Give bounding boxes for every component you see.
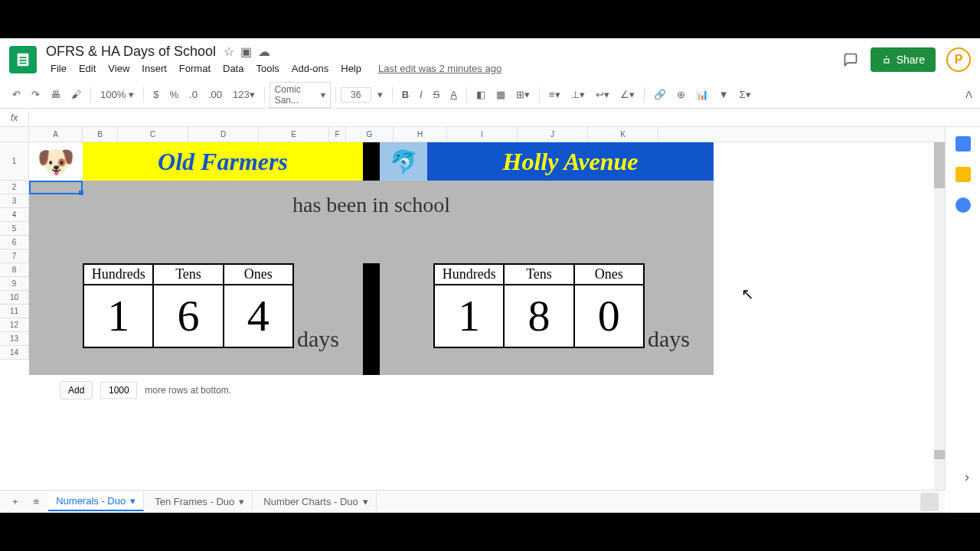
collapse-toolbar-icon[interactable]: ᐱ [965, 89, 972, 100]
col-header[interactable]: B [83, 127, 118, 142]
col-header[interactable]: D [188, 127, 259, 142]
add-sheet-icon[interactable]: + [6, 493, 24, 510]
text-color-icon[interactable]: A [446, 86, 462, 103]
col-header[interactable]: A [29, 127, 83, 142]
row-header[interactable]: 3 [0, 194, 29, 208]
move-icon[interactable]: ▣ [240, 44, 252, 59]
menu-tools[interactable]: Tools [251, 61, 283, 76]
col-header[interactable]: J [518, 127, 588, 142]
increase-decimal-icon[interactable]: .00 [204, 86, 227, 103]
col-header[interactable]: H [394, 127, 447, 142]
italic-icon[interactable]: I [415, 86, 427, 103]
decrease-decimal-icon[interactable]: .0 [185, 86, 202, 103]
cloud-icon[interactable]: ☁ [258, 44, 270, 59]
sheets-logo-icon[interactable] [9, 46, 37, 73]
menu-addons[interactable]: Add-ons [287, 61, 333, 76]
row-header[interactable]: 7 [0, 249, 29, 263]
right-ones-value[interactable]: 0 [575, 285, 643, 347]
keep-icon[interactable] [956, 167, 971, 182]
cells[interactable]: 🐶 Old Farmers 🐬 Holly Avenue has been in… [29, 142, 945, 360]
right-tens-value[interactable]: 8 [505, 285, 574, 347]
menu-insert[interactable]: Insert [137, 61, 172, 76]
row-header[interactable]: 1 [0, 142, 29, 181]
rotate-icon[interactable]: ∠▾ [616, 86, 639, 103]
tasks-icon[interactable] [956, 197, 971, 213]
v-align-icon[interactable]: ⊥▾ [567, 86, 590, 103]
scrollbar-thumb[interactable] [934, 142, 945, 188]
bold-icon[interactable]: B [397, 86, 413, 103]
col-header[interactable]: F [329, 127, 346, 142]
col-header[interactable]: I [447, 127, 518, 142]
font-size-select[interactable]: 36 [341, 87, 371, 103]
more-formats[interactable]: 123▾ [228, 86, 260, 103]
menu-data[interactable]: Data [218, 61, 248, 76]
chevron-down-icon[interactable]: ▾ [363, 496, 368, 507]
formula-input[interactable] [29, 116, 980, 119]
add-rows-input[interactable] [100, 382, 137, 399]
row-header[interactable]: 13 [0, 332, 29, 346]
share-button[interactable]: Share [871, 47, 936, 72]
row-header[interactable]: 14 [0, 346, 29, 360]
fill-color-icon[interactable]: ◧ [472, 86, 490, 103]
chevron-down-icon[interactable]: ▾ [130, 495, 136, 507]
menu-help[interactable]: Help [336, 61, 366, 76]
last-edit-link[interactable]: Last edit was 2 minutes ago [378, 63, 501, 74]
menu-format[interactable]: Format [175, 61, 215, 76]
link-icon[interactable]: 🔗 [649, 86, 671, 103]
doc-title[interactable]: OFRS & HA Days of School [46, 44, 216, 60]
chevron-down-icon[interactable]: ▾ [239, 496, 244, 507]
row-header[interactable]: 11 [0, 305, 29, 318]
print-icon[interactable]: 🖶 [46, 86, 65, 103]
comment-insert-icon[interactable]: ⊕ [672, 86, 690, 103]
paint-format-icon[interactable]: 🖌 [67, 86, 86, 103]
left-tens-value[interactable]: 6 [154, 285, 224, 347]
all-sheets-icon[interactable]: ≡ [28, 493, 46, 510]
currency-icon[interactable]: $ [149, 86, 163, 103]
chart-icon[interactable]: 📊 [691, 86, 713, 103]
calendar-icon[interactable] [956, 136, 971, 152]
row-header[interactable]: 8 [0, 263, 29, 277]
col-header[interactable]: E [259, 127, 329, 142]
merge-icon[interactable]: ⊞▾ [511, 86, 534, 103]
menu-view[interactable]: View [103, 61, 134, 76]
col-header[interactable]: G [346, 127, 394, 142]
zoom-select[interactable]: 100% ▾ [96, 86, 139, 103]
percent-icon[interactable]: % [165, 86, 183, 103]
row-header[interactable]: 9 [0, 277, 29, 291]
row-header[interactable]: 12 [0, 318, 29, 332]
add-rows-button[interactable]: Add [60, 381, 93, 399]
explore-icon[interactable] [920, 493, 939, 511]
wrap-icon[interactable]: ↩▾ [591, 86, 614, 103]
filter-icon[interactable]: ▼ [714, 86, 733, 103]
menu-file[interactable]: File [46, 61, 71, 76]
row-header[interactable]: 5 [0, 222, 29, 236]
sheet-tab-numerals[interactable]: Numerals - Duo▾ [48, 492, 144, 511]
row-header[interactable]: 4 [0, 208, 29, 222]
sheet-tab-tenframes[interactable]: Ten Frames - Duo▾ [147, 493, 253, 510]
borders-icon[interactable]: ▦ [492, 86, 510, 103]
left-hundreds-value[interactable]: 1 [84, 285, 154, 347]
row-header[interactable]: 6 [0, 236, 29, 249]
font-family-select[interactable]: Comic San...▾ [270, 82, 331, 108]
undo-icon[interactable]: ↶ [8, 86, 25, 103]
vertical-scrollbar[interactable] [934, 142, 945, 490]
col-header[interactable]: K [588, 127, 658, 142]
functions-icon[interactable]: Σ▾ [735, 86, 756, 103]
avatar[interactable]: P [946, 47, 971, 72]
h-align-icon[interactable]: ≡▾ [544, 86, 565, 103]
menu-edit[interactable]: Edit [74, 61, 100, 76]
sheet-tab-numbercharts[interactable]: Number Charts - Duo▾ [256, 493, 377, 510]
scrollbar-thumb[interactable] [934, 450, 945, 459]
select-all-corner[interactable] [0, 127, 29, 142]
row-header[interactable]: 2 [0, 181, 29, 194]
strike-icon[interactable]: S [429, 86, 445, 103]
redo-icon[interactable]: ↷ [27, 86, 44, 103]
comments-icon[interactable] [841, 51, 860, 69]
font-size-dropdown-icon[interactable]: ▾ [373, 86, 387, 103]
star-icon[interactable]: ☆ [224, 44, 234, 59]
right-hundreds-value[interactable]: 1 [435, 285, 505, 347]
col-header[interactable]: C [118, 127, 188, 142]
expand-side-panel-icon[interactable]: › [965, 469, 969, 485]
row-header[interactable]: 10 [0, 291, 29, 305]
left-ones-value[interactable]: 4 [224, 285, 292, 347]
